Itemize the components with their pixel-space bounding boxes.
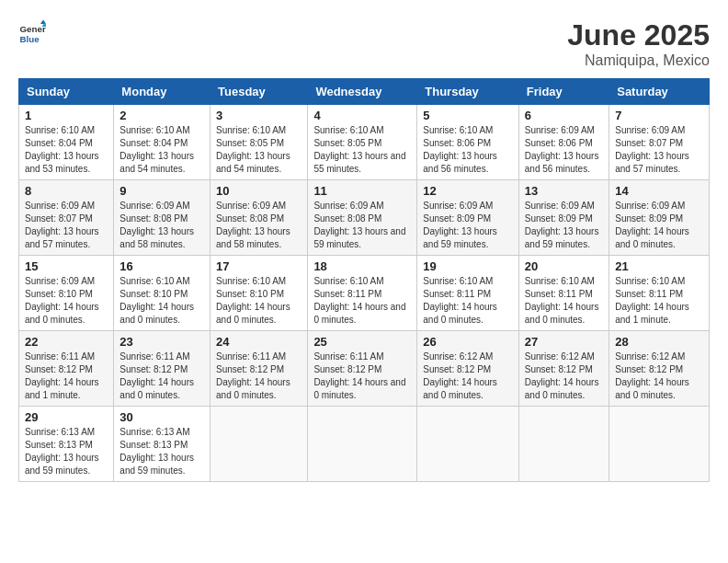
calendar-row: 15 Sunrise: 6:09 AM Sunset: 8:10 PM Dayl… [19, 256, 710, 331]
calendar-row: 1 Sunrise: 6:10 AM Sunset: 8:04 PM Dayli… [19, 105, 710, 180]
logo: General Blue [18, 18, 46, 46]
table-row [308, 407, 417, 482]
day-number: 26 [423, 335, 513, 349]
day-info: Sunrise: 6:10 AM Sunset: 8:11 PM Dayligh… [615, 275, 703, 327]
day-number: 21 [615, 259, 703, 273]
table-row: 2 Sunrise: 6:10 AM Sunset: 8:04 PM Dayli… [114, 105, 210, 180]
day-info: Sunrise: 6:11 AM Sunset: 8:12 PM Dayligh… [313, 350, 411, 402]
day-number: 14 [615, 184, 703, 198]
table-row: 15 Sunrise: 6:09 AM Sunset: 8:10 PM Dayl… [19, 256, 114, 331]
day-info: Sunrise: 6:09 AM Sunset: 8:09 PM Dayligh… [423, 200, 513, 251]
day-info: Sunrise: 6:09 AM Sunset: 8:07 PM Dayligh… [615, 124, 703, 176]
calendar-row: 8 Sunrise: 6:09 AM Sunset: 8:07 PM Dayli… [19, 180, 710, 256]
day-info: Sunrise: 6:12 AM Sunset: 8:12 PM Dayligh… [615, 350, 703, 402]
day-number: 29 [25, 410, 108, 424]
svg-text:Blue: Blue [20, 34, 40, 44]
table-row: 14 Sunrise: 6:09 AM Sunset: 8:09 PM Dayl… [609, 180, 710, 256]
day-info: Sunrise: 6:10 AM Sunset: 8:10 PM Dayligh… [119, 275, 204, 327]
header: General Blue June 2025 Namiquipa, Mexico [18, 18, 710, 69]
calendar-table: Sunday Monday Tuesday Wednesday Thursday… [18, 78, 710, 482]
calendar-subtitle: Namiquipa, Mexico [567, 52, 710, 69]
svg-marker-2 [40, 20, 46, 25]
table-row: 6 Sunrise: 6:09 AM Sunset: 8:06 PM Dayli… [518, 105, 609, 180]
day-number: 4 [313, 109, 411, 122]
table-row: 19 Sunrise: 6:10 AM Sunset: 8:11 PM Dayl… [417, 256, 519, 331]
day-info: Sunrise: 6:13 AM Sunset: 8:13 PM Dayligh… [119, 426, 204, 477]
table-row: 7 Sunrise: 6:09 AM Sunset: 8:07 PM Dayli… [609, 105, 710, 180]
day-info: Sunrise: 6:09 AM Sunset: 8:07 PM Dayligh… [25, 200, 108, 251]
table-row: 29 Sunrise: 6:13 AM Sunset: 8:13 PM Dayl… [19, 407, 114, 482]
table-row: 12 Sunrise: 6:09 AM Sunset: 8:09 PM Dayl… [417, 180, 519, 256]
day-number: 18 [313, 259, 411, 273]
header-saturday: Saturday [609, 79, 710, 105]
day-info: Sunrise: 6:13 AM Sunset: 8:13 PM Dayligh… [25, 426, 108, 477]
calendar-title: June 2025 [567, 18, 710, 52]
day-info: Sunrise: 6:10 AM Sunset: 8:11 PM Dayligh… [313, 275, 411, 327]
table-row: 16 Sunrise: 6:10 AM Sunset: 8:10 PM Dayl… [114, 256, 210, 331]
table-row: 4 Sunrise: 6:10 AM Sunset: 8:05 PM Dayli… [308, 105, 417, 180]
day-number: 15 [25, 259, 108, 273]
day-number: 3 [216, 109, 301, 122]
table-row: 17 Sunrise: 6:10 AM Sunset: 8:10 PM Dayl… [210, 256, 308, 331]
day-number: 12 [423, 184, 513, 198]
table-row: 26 Sunrise: 6:12 AM Sunset: 8:12 PM Dayl… [417, 331, 519, 407]
header-wednesday: Wednesday [308, 79, 417, 105]
table-row: 10 Sunrise: 6:09 AM Sunset: 8:08 PM Dayl… [210, 180, 308, 256]
day-info: Sunrise: 6:09 AM Sunset: 8:08 PM Dayligh… [216, 200, 301, 251]
day-info: Sunrise: 6:09 AM Sunset: 8:09 PM Dayligh… [525, 200, 603, 251]
table-row: 11 Sunrise: 6:09 AM Sunset: 8:08 PM Dayl… [308, 180, 417, 256]
day-number: 27 [525, 335, 603, 349]
table-row: 30 Sunrise: 6:13 AM Sunset: 8:13 PM Dayl… [114, 407, 210, 482]
table-row [609, 407, 710, 482]
title-area: June 2025 Namiquipa, Mexico [567, 18, 710, 69]
table-row: 9 Sunrise: 6:09 AM Sunset: 8:08 PM Dayli… [114, 180, 210, 256]
day-number: 20 [525, 259, 603, 273]
day-info: Sunrise: 6:11 AM Sunset: 8:12 PM Dayligh… [216, 350, 301, 402]
day-number: 19 [423, 259, 513, 273]
header-sunday: Sunday [19, 79, 114, 105]
day-info: Sunrise: 6:10 AM Sunset: 8:06 PM Dayligh… [423, 124, 513, 176]
day-number: 17 [216, 259, 301, 273]
day-number: 10 [216, 184, 301, 198]
header-monday: Monday [114, 79, 210, 105]
day-number: 22 [25, 335, 108, 349]
table-row: 22 Sunrise: 6:11 AM Sunset: 8:12 PM Dayl… [19, 331, 114, 407]
table-row: 25 Sunrise: 6:11 AM Sunset: 8:12 PM Dayl… [308, 331, 417, 407]
table-row: 3 Sunrise: 6:10 AM Sunset: 8:05 PM Dayli… [210, 105, 308, 180]
day-number: 9 [119, 184, 204, 198]
day-number: 2 [119, 109, 204, 122]
day-number: 11 [313, 184, 411, 198]
table-row [518, 407, 609, 482]
day-number: 16 [119, 259, 204, 273]
day-number: 28 [615, 335, 703, 349]
table-row [210, 407, 308, 482]
day-number: 24 [216, 335, 301, 349]
header-tuesday: Tuesday [210, 79, 308, 105]
table-row [417, 407, 519, 482]
day-number: 13 [525, 184, 603, 198]
day-info: Sunrise: 6:09 AM Sunset: 8:10 PM Dayligh… [25, 275, 108, 327]
day-info: Sunrise: 6:09 AM Sunset: 8:06 PM Dayligh… [525, 124, 603, 176]
day-info: Sunrise: 6:11 AM Sunset: 8:12 PM Dayligh… [25, 350, 108, 402]
day-info: Sunrise: 6:09 AM Sunset: 8:09 PM Dayligh… [615, 200, 703, 251]
day-number: 25 [313, 335, 411, 349]
table-row: 1 Sunrise: 6:10 AM Sunset: 8:04 PM Dayli… [19, 105, 114, 180]
table-row: 23 Sunrise: 6:11 AM Sunset: 8:12 PM Dayl… [114, 331, 210, 407]
day-info: Sunrise: 6:10 AM Sunset: 8:05 PM Dayligh… [313, 124, 411, 176]
day-number: 1 [25, 109, 108, 122]
day-info: Sunrise: 6:10 AM Sunset: 8:05 PM Dayligh… [216, 124, 301, 176]
day-info: Sunrise: 6:12 AM Sunset: 8:12 PM Dayligh… [423, 350, 513, 402]
svg-text:General: General [20, 24, 47, 34]
day-info: Sunrise: 6:10 AM Sunset: 8:04 PM Dayligh… [25, 124, 108, 176]
calendar-row: 22 Sunrise: 6:11 AM Sunset: 8:12 PM Dayl… [19, 331, 710, 407]
calendar-row: 29 Sunrise: 6:13 AM Sunset: 8:13 PM Dayl… [19, 407, 710, 482]
table-row: 8 Sunrise: 6:09 AM Sunset: 8:07 PM Dayli… [19, 180, 114, 256]
logo-icon: General Blue [18, 18, 46, 46]
weekday-header-row: Sunday Monday Tuesday Wednesday Thursday… [19, 79, 710, 105]
day-info: Sunrise: 6:12 AM Sunset: 8:12 PM Dayligh… [525, 350, 603, 402]
table-row: 24 Sunrise: 6:11 AM Sunset: 8:12 PM Dayl… [210, 331, 308, 407]
table-row: 20 Sunrise: 6:10 AM Sunset: 8:11 PM Dayl… [518, 256, 609, 331]
day-info: Sunrise: 6:10 AM Sunset: 8:11 PM Dayligh… [423, 275, 513, 327]
day-number: 8 [25, 184, 108, 198]
day-info: Sunrise: 6:09 AM Sunset: 8:08 PM Dayligh… [313, 200, 411, 251]
